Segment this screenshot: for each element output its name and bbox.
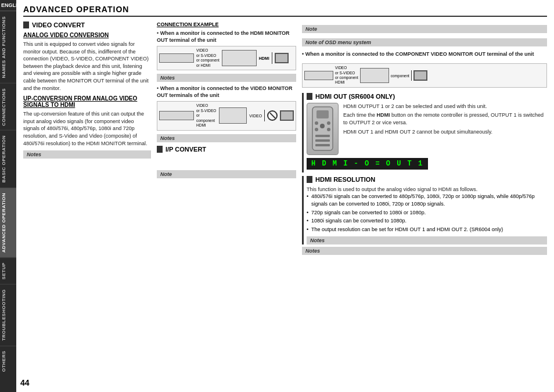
video-label-2: VIDEO (249, 114, 262, 118)
line-v-3 (411, 70, 412, 81)
vcr-device-1 (159, 53, 194, 63)
note-bar-top: Note (302, 25, 547, 33)
col-left: VIDEO CONVERT ANALOG VIDEO CONVERSION Th… (23, 21, 151, 387)
notes-bar-3: Notes (157, 134, 296, 142)
bullet1: • When a monitor is connected to the HDM… (157, 30, 296, 44)
sidebar-items: NAMES AND FUNCTIONS CONNECTIONS BASIC OP… (0, 11, 16, 392)
main-unit-3 (360, 68, 389, 83)
svg-point-2 (320, 124, 325, 128)
monitor-2 (280, 110, 294, 121)
upconv-title: UP-CONVERSION FROM ANALOG VIDEO SIGNALS … (23, 95, 151, 108)
line-v-2 (264, 110, 265, 121)
bullet2: • When a monitor is connected to the VID… (157, 85, 296, 99)
bullet-res-4: The output resolution can be set for HDM… (307, 226, 547, 233)
analog-body: This unit is equipped to convert video s… (23, 41, 151, 92)
vcr-device-2 (159, 111, 194, 120)
connection-example-title: CONNECTION EXAMPLE (157, 21, 296, 27)
main-content: ADVANCED OPERATION VIDEO CONVERT ANALOG … (16, 0, 554, 392)
notes-bar-hdmi-out: Notes (302, 247, 547, 255)
block-icon (23, 21, 29, 28)
hdmi-resolution-title: HDMI RESOLUTION (307, 176, 547, 183)
component-label: component (391, 74, 409, 78)
line-v-1 (272, 52, 272, 64)
hdmi-res-bullets: 480i/576i signals can be converted to 48… (307, 193, 547, 233)
notes-bar-hdmi-res: Notes (307, 236, 547, 244)
hdmi-body3: HDMI OUT 1 and HDMI OUT 2 cannot be outp… (343, 128, 547, 136)
bullet-res-2: 720p signals can be converted to 1080i o… (307, 209, 547, 217)
bullet3: • When a monitor is connected to the COM… (302, 51, 547, 57)
monitor-1 (275, 53, 289, 63)
hdmi-right-section: HDMI OUTPUT 1 or 2 can be selected and u… (307, 103, 547, 155)
svg-point-5 (315, 128, 318, 131)
vcr-device-3 (304, 71, 333, 80)
ip-convert-title: I/P CONVERT (157, 146, 296, 153)
video-convert-title: VIDEO CONVERT (23, 21, 151, 28)
bullet-res-1: 480i/576i signals can be converted to 48… (307, 193, 547, 207)
sidebar-item-names[interactable]: NAMES AND FUNCTIONS (0, 11, 16, 83)
hdmi-res-intro: This function is used to output the anal… (307, 186, 547, 193)
svg-rect-7 (315, 135, 330, 137)
hdmi-out-title: HDMI OUT (SR6004 ONLY) (307, 93, 547, 100)
block-icon-3 (307, 93, 312, 100)
sidebar: ENGLISH NAMES AND FUNCTIONS CONNECTIONS … (0, 0, 16, 392)
hdmi-body1: HDMI OUTPUT 1 or 2 can be selected and u… (343, 103, 547, 110)
sidebar-item-basic[interactable]: BASIC OPERATION (0, 130, 16, 188)
columns-layout: VIDEO CONVERT ANALOG VIDEO CONVERSION Th… (23, 21, 547, 387)
svg-point-6 (327, 128, 330, 131)
notes-bar-note1: Note (157, 170, 296, 178)
block-icon-4 (307, 176, 312, 183)
svg-rect-8 (315, 139, 330, 142)
hdmi-body2: Each time the HDMI button on the remote … (343, 112, 547, 126)
col-mid: CONNECTION EXAMPLE • When a monitor is c… (157, 21, 296, 387)
page-number: 44 (20, 378, 30, 387)
sidebar-item-troubleshooting[interactable]: TROUBLESHOOTING (0, 284, 16, 346)
main-unit-2 (219, 107, 247, 124)
notes-bar-1: Notes (23, 150, 151, 159)
svg-rect-9 (315, 144, 330, 146)
diagram-video-monitor: VIDEO or S-VIDEO or component HDMI VIDEO (157, 101, 296, 130)
diagram-hdmi-monitor: VIDEO or S-VIDEO or component or HDMI HD… (157, 46, 296, 70)
sidebar-item-others[interactable]: OTHERS (0, 346, 16, 376)
svg-point-3 (315, 121, 318, 125)
main-unit-1 (222, 50, 257, 66)
sidebar-item-connections[interactable]: CONNECTIONS (0, 83, 16, 131)
svg-rect-1 (316, 110, 329, 118)
no-entry-1 (267, 110, 278, 121)
bullet-res-3: 1080i signals can be converted to 1080p. (307, 217, 547, 225)
hdmi-display: H D M I - O = O U T 1 (307, 158, 428, 170)
notes-bar-2: Notes (157, 74, 296, 82)
hdmi-label-1: HDMI (259, 56, 269, 60)
block-icon-2 (157, 146, 163, 153)
diagram-component-monitor: VIDEO or S-VIDEO or component HDMI compo… (302, 63, 547, 88)
hdmi-right-text: HDMI OUTPUT 1 or 2 can be selected and u… (343, 103, 547, 155)
page-title: ADVANCED OPERATION (23, 5, 547, 17)
content-area: ADVANCED OPERATION VIDEO CONVERT ANALOG … (16, 0, 554, 392)
upconv-body: The up-conversion feature of this unit c… (23, 110, 151, 147)
sidebar-item-setup[interactable]: SETUP (0, 257, 16, 284)
monitor-3 (413, 70, 427, 81)
analog-title: ANALOG VIDEO CONVERSION (23, 32, 151, 38)
col-right: Note Note of OSD menu system • When a mo… (302, 21, 547, 387)
lang-tab: ENGLISH (0, 0, 16, 11)
svg-point-4 (327, 121, 330, 125)
note-osd-bar: Note of OSD menu system (302, 38, 547, 46)
sidebar-item-advanced[interactable]: ADVANCED OPERATION (0, 188, 16, 257)
remote-image (307, 103, 339, 155)
